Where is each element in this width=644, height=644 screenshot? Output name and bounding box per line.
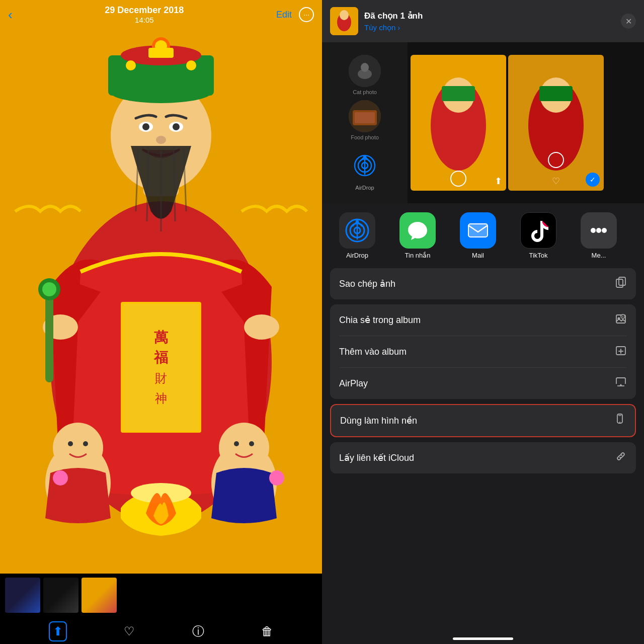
- copy-photo-button[interactable]: Sao chép ảnh: [330, 268, 636, 299]
- svg-text:神: 神: [155, 391, 167, 405]
- album-group: Chia sẻ trong album + Thêm vào album: [330, 304, 636, 399]
- share-button[interactable]: ⬆: [49, 621, 67, 641]
- share-thumbnail: [330, 7, 358, 35]
- heart-button[interactable]: ♡: [124, 624, 135, 638]
- svg-point-27: [42, 282, 56, 296]
- strip-photo-2-selected[interactable]: ✓ ♡: [508, 55, 604, 191]
- more-button[interactable]: ···: [299, 7, 314, 22]
- svg-rect-61: [539, 86, 573, 101]
- back-button[interactable]: ‹: [8, 7, 13, 23]
- share-in-album-button[interactable]: Chia sẻ trong album +: [330, 304, 636, 336]
- action-bar: ⬆ ♡ ⓘ 🗑: [0, 619, 322, 644]
- svg-rect-17: [148, 48, 174, 58]
- more-app[interactable]: Me...: [569, 212, 629, 259]
- icloud-link-block: Lấy liên kết iCloud: [330, 442, 636, 474]
- airdrop-app[interactable]: AirDrop: [327, 212, 387, 259]
- add-to-album-button[interactable]: Thêm vào album: [330, 336, 636, 367]
- svg-point-42: [340, 10, 349, 20]
- thumbnail-3[interactable]: [82, 578, 117, 613]
- svg-point-37: [249, 441, 254, 446]
- svg-rect-71: [619, 277, 625, 285]
- svg-point-33: [83, 441, 88, 446]
- header-actions: Edit ···: [276, 7, 314, 22]
- home-indicator: [453, 637, 513, 640]
- mail-label: Mail: [472, 252, 484, 259]
- copy-icon: [615, 276, 627, 291]
- photo-time: 14:05: [13, 16, 276, 24]
- mail-app[interactable]: Mail: [448, 212, 508, 259]
- share-album-icon: +: [615, 312, 627, 328]
- svg-point-45: [361, 63, 369, 72]
- photo-header: ‹ 29 December 2018 14:05 Edit ···: [0, 0, 322, 28]
- svg-point-80: [619, 422, 620, 423]
- svg-point-21: [173, 123, 180, 130]
- svg-rect-72: [616, 279, 623, 287]
- icloud-link-icon: [615, 450, 627, 465]
- svg-rect-3: [123, 304, 199, 431]
- svg-rect-79: [618, 415, 621, 416]
- airplay-button[interactable]: AirPlay: [330, 368, 636, 399]
- icloud-link-label: Lấy liên kết iCloud: [339, 452, 414, 463]
- share-info: Đã chọn 1 ảnh Tùy chọn ›: [364, 11, 615, 32]
- svg-point-15: [126, 60, 136, 70]
- edit-button[interactable]: Edit: [276, 10, 292, 20]
- airplay-icon: [615, 376, 627, 391]
- svg-point-31: [53, 423, 103, 473]
- svg-point-70: [602, 228, 607, 233]
- svg-text:萬: 萬: [154, 330, 169, 345]
- set-wallpaper-button[interactable]: Dùng làm hình nền: [330, 404, 636, 437]
- share-header: Đã chọn 1 ảnh Tùy chọn › ✕: [322, 0, 644, 42]
- app-icons-row: AirDrop Tin nhắn Mail: [322, 203, 644, 264]
- icloud-link-button[interactable]: Lấy liên kết iCloud: [330, 442, 636, 473]
- share-album-label: Chia sẻ trong album: [339, 314, 421, 326]
- svg-point-24: [244, 314, 279, 340]
- copy-photo-label: Sao chép ảnh: [339, 278, 395, 289]
- tiktok-label: TikTok: [529, 252, 547, 259]
- action-section: Sao chép ảnh Chia sẻ trong album: [322, 264, 644, 478]
- strip-photo-1[interactable]: ⬆: [411, 55, 506, 191]
- tiktok-app[interactable]: TikTok: [508, 212, 569, 259]
- svg-rect-48: [355, 112, 375, 123]
- close-button[interactable]: ✕: [621, 14, 636, 29]
- messages-label: Tin nhắn: [405, 252, 431, 259]
- contact-strip: Cat photo Food photo: [322, 42, 408, 203]
- main-photo: 萬 福 財 神: [0, 0, 322, 574]
- add-album-label: Thêm vào album: [339, 347, 407, 357]
- mail-icon: [460, 212, 496, 249]
- photo-bottom-bar: ⬆ ♡ ⓘ 🗑: [0, 574, 322, 644]
- svg-point-38: [53, 470, 68, 486]
- right-panel: Đã chọn 1 ảnh Tùy chọn › ✕ Cat photo: [322, 0, 644, 644]
- wallpaper-label: Dùng làm hình nền: [340, 415, 417, 426]
- tiktok-icon: [520, 212, 556, 249]
- airdrop-label: AirDrop: [346, 252, 368, 259]
- info-button[interactable]: ⓘ: [192, 623, 204, 639]
- photo-strip: Cat photo Food photo: [322, 42, 644, 203]
- svg-point-69: [596, 228, 601, 233]
- more-label: Me...: [592, 252, 606, 259]
- share-title: Đã chọn 1 ảnh: [364, 11, 615, 21]
- thumbnail-2[interactable]: [43, 578, 78, 613]
- wallpaper-icon: [614, 413, 626, 428]
- messages-icon: [399, 212, 436, 249]
- svg-text:+: +: [622, 315, 624, 318]
- thumbnail-strip: [0, 574, 322, 619]
- more-icon: [581, 212, 617, 249]
- svg-rect-57: [442, 86, 475, 101]
- svg-point-22: [156, 136, 166, 144]
- wallpaper-block: Dùng làm hình nền: [330, 404, 636, 438]
- svg-point-16: [186, 60, 196, 70]
- airplay-label: AirPlay: [339, 378, 368, 389]
- messages-app[interactable]: Tin nhắn: [387, 212, 448, 259]
- svg-point-39: [269, 470, 284, 486]
- svg-text:福: 福: [153, 350, 168, 365]
- add-album-icon: [615, 344, 627, 359]
- svg-point-36: [234, 441, 239, 446]
- header-title-block: 29 December 2018 14:05: [13, 5, 276, 24]
- airdrop-icon: [339, 212, 375, 249]
- delete-button[interactable]: 🗑: [261, 624, 273, 638]
- options-button[interactable]: Tùy chọn ›: [364, 23, 615, 32]
- copy-photo-block: Sao chép ảnh: [330, 268, 636, 300]
- photo-date: 29 December 2018: [13, 5, 276, 16]
- thumbnail-1[interactable]: [5, 578, 40, 613]
- svg-rect-25: [45, 292, 53, 382]
